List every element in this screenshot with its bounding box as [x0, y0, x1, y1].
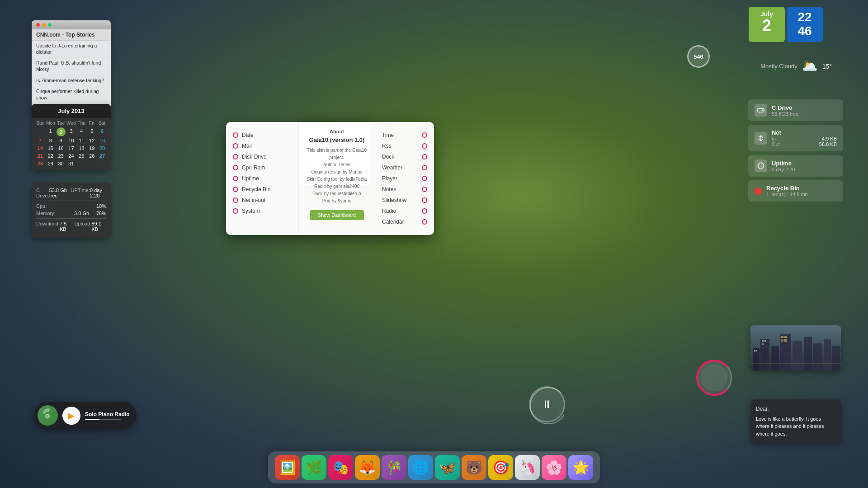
- cal-day[interactable]: 19: [87, 145, 97, 152]
- cal-day[interactable]: 11: [76, 137, 86, 144]
- dialog-menu-weather[interactable]: Weather: [382, 164, 427, 172]
- dock-icon-3[interactable]: 🎭: [328, 455, 353, 480]
- uptime-value: 0 day 2:20: [772, 167, 837, 172]
- volume-widget[interactable]: [694, 357, 735, 400]
- bullet-dock: [422, 154, 427, 160]
- dialog-menu-slideshow[interactable]: Slideshow: [382, 196, 427, 204]
- maximize-dot[interactable]: [48, 23, 52, 27]
- dock-icon-12[interactable]: 🌟: [568, 455, 593, 480]
- cal-day[interactable]: 18: [76, 145, 86, 152]
- cal-day[interactable]: 30: [56, 160, 66, 167]
- dialog-menu-player[interactable]: Player: [382, 174, 427, 183]
- cal-day[interactable]: 10: [66, 137, 76, 144]
- cal-day[interactable]: 27: [97, 152, 107, 160]
- cal-day[interactable]: 6: [97, 127, 107, 136]
- memory-value: 3.0 Gb - 76%: [74, 211, 106, 216]
- cal-day[interactable]: 4: [76, 127, 86, 136]
- dock-icon-8[interactable]: 🐻: [462, 455, 486, 480]
- dialog-menu-time[interactable]: Time: [382, 131, 427, 139]
- day-fri: Fri: [87, 121, 97, 126]
- cal-day[interactable]: 8: [46, 137, 56, 144]
- uptime-content: Uptime 0 day 2:20: [772, 160, 837, 172]
- cal-day[interactable]: 29: [46, 160, 56, 167]
- dialog-menu-diskdrive[interactable]: Disk Drive: [233, 153, 292, 161]
- recycle-widget: Recycle Bin 1 item(s) 14.8 mb: [748, 180, 843, 202]
- cal-day[interactable]: 20: [97, 145, 107, 152]
- dialog-menu-dock[interactable]: Dock: [382, 153, 427, 161]
- cal-day[interactable]: 28: [35, 160, 45, 167]
- minimize-dot[interactable]: [42, 23, 46, 27]
- cal-day[interactable]: 3: [66, 127, 76, 136]
- dialog-center-panel: About Gaia10 (version 1.0) This skin is …: [298, 122, 375, 235]
- recycle-title: Recycle Bin: [766, 185, 837, 192]
- dock-icon-2[interactable]: 🌿: [302, 455, 326, 480]
- cal-day[interactable]: 7: [35, 137, 45, 144]
- cdrive-content: C Drive 53.8GB free: [772, 104, 837, 117]
- dock-icon-11[interactable]: 🌸: [542, 455, 566, 480]
- date-time-widget: July 2 22 46: [749, 7, 823, 42]
- music-pause-button[interactable]: ⏸: [529, 386, 565, 422]
- cdrive-title: C Drive: [772, 104, 837, 111]
- minutes-label: 46: [793, 24, 816, 38]
- bullet-slideshow: [422, 197, 427, 203]
- dialog-menu-netinout[interactable]: Net in-out: [233, 196, 292, 204]
- cal-day[interactable]: 9: [56, 137, 66, 144]
- cal-day[interactable]: 31: [66, 160, 76, 167]
- show-dashboard-button[interactable]: Show Dashboard: [310, 210, 364, 220]
- dock-icon-9[interactable]: 🎯: [488, 455, 513, 480]
- note-text: Love is like a butterfly. It goes where …: [756, 415, 835, 438]
- calendar-widget: July 2013 Sun Mon Tue Wed Thu Fri Sat 1 …: [32, 104, 111, 170]
- dock-icon-1[interactable]: 🖼️: [275, 455, 300, 480]
- dock-icon-6[interactable]: 🌐: [408, 455, 433, 480]
- cal-day[interactable]: 24: [66, 152, 76, 160]
- news-item-3: Is Zimmerman defense tanking?: [32, 75, 111, 87]
- dock-icon-7[interactable]: 🦋: [435, 455, 460, 480]
- close-dot[interactable]: [36, 23, 40, 27]
- cdrive-subtitle: 53.8GB free: [772, 111, 837, 117]
- dialog-menu-notes[interactable]: Notes: [382, 185, 427, 193]
- cal-day[interactable]: 21: [35, 152, 45, 160]
- note-salutation: Dear,: [756, 405, 835, 413]
- radio-progress-bar[interactable]: [85, 419, 121, 420]
- svg-rect-12: [762, 340, 764, 342]
- cal-day[interactable]: [35, 127, 45, 136]
- cal-day[interactable]: 16: [56, 145, 66, 152]
- day-label: 2: [755, 18, 778, 34]
- dialog-menu-recycle[interactable]: Recycle Bin: [233, 185, 292, 193]
- cal-day[interactable]: 25: [76, 152, 86, 160]
- svg-rect-9: [754, 350, 755, 352]
- dialog-menu-date[interactable]: Date: [233, 131, 292, 139]
- dialog-menu-uptime[interactable]: Uptime: [233, 174, 292, 183]
- svg-rect-13: [764, 340, 766, 342]
- dock-icon-4[interactable]: 🦊: [355, 455, 380, 480]
- cal-day[interactable]: 14: [35, 145, 45, 152]
- cal-day[interactable]: 26: [87, 152, 97, 160]
- dock-icon-5[interactable]: 🎋: [382, 455, 406, 480]
- dialog-menu-cpuram[interactable]: Cpu-Ram: [233, 164, 292, 172]
- cal-today[interactable]: 2: [57, 127, 66, 136]
- download-label: Downlond:: [36, 221, 60, 232]
- cal-day[interactable]: 1: [46, 127, 56, 136]
- cal-day[interactable]: 5: [87, 127, 97, 136]
- weather-widget: Mostly Cloudy 🌥️ 15°: [760, 59, 832, 74]
- drive-icon: [755, 104, 767, 117]
- bullet-calendar: [422, 219, 427, 225]
- dialog-menu-calendar[interactable]: Calendar: [382, 218, 427, 226]
- dialog-menu-rss[interactable]: Rss: [382, 142, 427, 150]
- weather-icon: 🌥️: [802, 59, 818, 74]
- news-item-1: Upside to J-Lo entertaining a dictator: [32, 41, 111, 58]
- radio-play-button[interactable]: ▶: [62, 407, 80, 425]
- cal-day[interactable]: 15: [46, 145, 56, 152]
- cal-day[interactable]: 22: [46, 152, 56, 160]
- cal-day[interactable]: 17: [66, 145, 76, 152]
- cal-day[interactable]: 13: [97, 137, 107, 144]
- dock-icon-10[interactable]: 🦄: [515, 455, 540, 480]
- dialog-menu-system[interactable]: System: [233, 207, 292, 215]
- dialog-menu-radio[interactable]: Radio: [382, 207, 427, 215]
- bullet-player: [422, 176, 427, 181]
- net-title: Net: [772, 129, 837, 136]
- cal-day[interactable]: 23: [56, 152, 66, 160]
- cal-day[interactable]: 12: [87, 137, 97, 144]
- news-item-4: Cirque performer killed during show: [32, 86, 111, 103]
- dialog-menu-mail[interactable]: Mail: [233, 142, 292, 150]
